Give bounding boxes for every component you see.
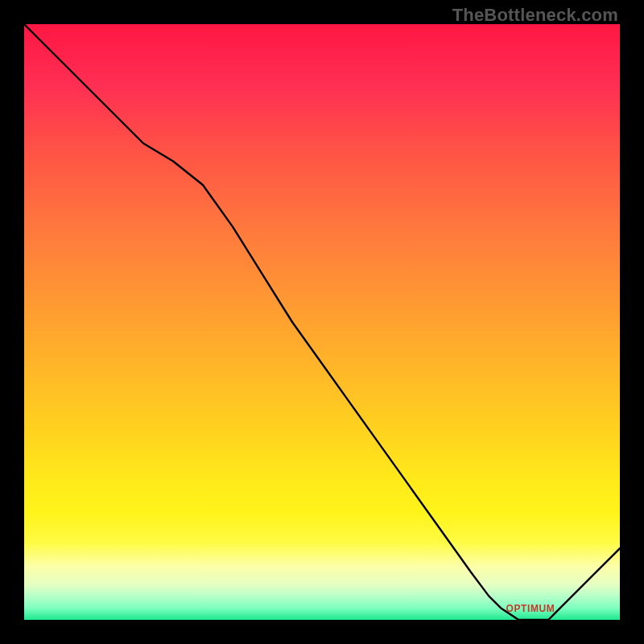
source-watermark: TheBottleneck.com xyxy=(452,5,618,26)
bottleneck-curve xyxy=(24,24,620,620)
plot-area: OPTIMUM xyxy=(24,24,620,620)
line-layer xyxy=(24,24,620,620)
optimum-label: OPTIMUM xyxy=(506,603,555,614)
chart-frame: TheBottleneck.com OPTIMUM xyxy=(0,0,644,644)
